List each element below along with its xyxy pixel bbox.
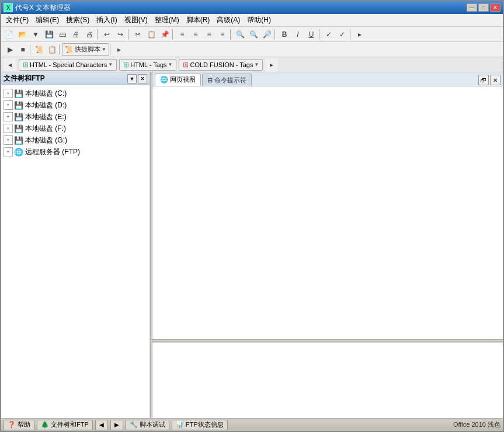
html-tags-btn[interactable]: ⊞ HTML - Tags ▼ — [119, 59, 176, 71]
open-dropdown-btn[interactable]: ▼ — [29, 28, 42, 41]
expand-e[interactable]: + — [4, 112, 13, 121]
app-icon: X — [4, 3, 13, 12]
expand-ftp[interactable]: + — [4, 147, 13, 156]
copy-btn[interactable]: 📋 — [145, 28, 158, 41]
print2-btn[interactable]: 🖨 — [83, 28, 96, 41]
tree-label-f: 本地磁盘 (F:) — [25, 124, 66, 134]
nav-forward-btn[interactable]: ▶ — [110, 420, 123, 430]
tree-label-ftp: 远程服务器 (FTP) — [25, 147, 80, 157]
script2-btn[interactable]: 📋 — [46, 43, 58, 56]
sep5 — [274, 29, 277, 40]
editor-area: 🌐 网页视图 ⊞ 命令提示符 🗗 ✕ — [152, 72, 503, 418]
tree-item-ftp[interactable]: + 🌐 远程服务器 (FTP) — [2, 146, 148, 158]
tab-close-btn[interactable]: ✕ — [490, 75, 500, 85]
editor-content-top[interactable] — [152, 86, 503, 339]
menu-script[interactable]: 脚本(R) — [183, 14, 214, 26]
expand-c[interactable]: + — [4, 89, 13, 98]
tree-item-c[interactable]: + 💾 本地磁盘 (C:) — [2, 88, 148, 99]
expand-g[interactable]: + — [4, 135, 13, 145]
sidebar-close-icon: ✕ — [140, 76, 145, 82]
find-btn[interactable]: 🔍 — [234, 28, 246, 41]
tree-item-d[interactable]: + 💾 本地磁盘 (D:) — [2, 99, 148, 111]
status-ftp-tab[interactable]: 📊 FTP状态信息 — [172, 420, 228, 430]
expand-f[interactable]: + — [4, 124, 13, 133]
stop-btn[interactable]: ■ — [16, 43, 29, 56]
cold-fusion-tags-btn[interactable]: ⊞ COLD FUSION - Tags ▼ — [179, 59, 263, 71]
menu-organize[interactable]: 整理(M) — [151, 14, 183, 26]
menu-search[interactable]: 搜索(S) — [62, 14, 93, 26]
print-btn[interactable]: 🖨 — [69, 28, 82, 41]
open-btn[interactable]: 📂 — [16, 28, 29, 41]
tab-command-prompt[interactable]: ⊞ 命令提示符 — [202, 74, 252, 86]
paste-btn[interactable]: 📌 — [158, 28, 171, 41]
justify-btn[interactable]: ≡ — [216, 28, 229, 41]
save-btn[interactable]: 💾 — [43, 28, 55, 41]
script1-btn[interactable]: 📜 — [33, 43, 46, 56]
drive-icon-f: 💾 — [14, 124, 23, 133]
tab-cmd-icon: ⊞ — [207, 76, 213, 84]
tab-webpage-view[interactable]: 🌐 网页视图 — [155, 74, 201, 86]
undo-btn[interactable]: ↩ — [100, 28, 113, 41]
menu-bar: 文件(F) 编辑(E) 搜索(S) 插入(I) 视图(V) 整理(M) 脚本(R… — [1, 14, 503, 27]
main-window: X 代号X 文本整理器 — □ ✕ 文件(F) 编辑(E) 搜索(S) 插入(I… — [0, 0, 504, 432]
expand-d[interactable]: + — [4, 100, 13, 110]
html-special-chars-label: HTML - Special Characters — [30, 61, 107, 68]
underline-btn[interactable]: U — [305, 28, 318, 41]
html-special-chars-btn[interactable]: ⊞ HTML - Special Characters ▼ — [19, 59, 117, 71]
drive-icon-e: 💾 — [14, 112, 23, 121]
redo-btn[interactable]: ↪ — [114, 28, 127, 41]
cut-btn[interactable]: ✂ — [131, 28, 144, 41]
tree-label-c: 本地磁盘 (C:) — [25, 89, 67, 99]
spell2-btn[interactable]: ✓ — [336, 28, 349, 41]
more-btn[interactable]: ▸ — [353, 28, 366, 41]
run-btn[interactable]: ▶ — [4, 43, 16, 56]
cold-fusion-arrow: ▼ — [254, 62, 259, 67]
html-tags-label: HTML - Tags — [130, 61, 166, 68]
html-special-chars-icon: ⊞ — [23, 61, 29, 69]
italic-btn[interactable]: I — [291, 28, 304, 41]
status-theme-text: Office 2010 浅色 — [453, 421, 500, 428]
status-debug-tab[interactable]: 🔧 脚本调试 — [126, 420, 169, 430]
tree-item-e[interactable]: + 💾 本地磁盘 (E:) — [2, 111, 148, 123]
spell-btn[interactable]: ✓ — [322, 28, 335, 41]
status-filetree-tab[interactable]: 🌲 文件树和FTP — [37, 420, 93, 430]
save-all-btn[interactable]: 🗃 — [56, 28, 69, 41]
menu-file[interactable]: 文件(F) — [2, 14, 32, 26]
menu-edit[interactable]: 编辑(E) — [32, 14, 62, 26]
menu-advanced[interactable]: 高级(A) — [213, 14, 244, 26]
find2-btn[interactable]: 🔍 — [247, 28, 260, 41]
tab-restore-btn[interactable]: 🗗 — [478, 75, 489, 85]
menu-help[interactable]: 帮助(H) — [244, 14, 274, 26]
tab-close-icon: ✕ — [493, 77, 498, 83]
align-right-btn[interactable]: ≡ — [203, 28, 215, 41]
new-file-btn[interactable]: 📄 — [2, 28, 15, 41]
sep10 — [110, 44, 112, 55]
nav-back-btn[interactable]: ◀ — [95, 420, 108, 430]
html-toolbar-more-right[interactable]: ▸ — [265, 58, 278, 71]
tree-item-g[interactable]: + 💾 本地磁盘 (G:) — [2, 134, 148, 146]
html-toolbar-more-left[interactable]: ◂ — [4, 58, 16, 71]
maximize-button[interactable]: □ — [478, 4, 489, 12]
sep3 — [172, 29, 175, 40]
minimize-button[interactable]: — — [467, 4, 477, 12]
quickscript-icon: 📜 — [65, 46, 74, 54]
replace-btn[interactable]: 🔎 — [260, 28, 273, 41]
sidebar-close-btn[interactable]: ✕ — [138, 74, 147, 83]
sep6 — [319, 29, 321, 40]
toolbar-main: 📄 📂 ▼ 💾 🗃 🖨 🖨 ↩ ↪ ✂ 📋 📌 ≡ ≡ ≡ ≡ 🔍 🔍 🔎 B … — [1, 27, 503, 42]
bold-btn[interactable]: B — [278, 28, 291, 41]
editor-content-bottom[interactable] — [152, 342, 503, 418]
sidebar-dropdown-btn[interactable]: ▼ — [127, 74, 137, 83]
ftp-icon: 🌐 — [14, 147, 23, 156]
close-button[interactable]: ✕ — [490, 4, 500, 12]
align-left-btn[interactable]: ≡ — [176, 28, 189, 41]
sep7 — [350, 29, 352, 40]
quickscript-btn[interactable]: 📜 快捷脚本 ▼ — [62, 43, 109, 56]
menu-insert[interactable]: 插入(I) — [93, 14, 120, 26]
tree-item-f[interactable]: + 💾 本地磁盘 (F:) — [2, 123, 148, 134]
quickscript-dropdown-icon: ▼ — [102, 47, 106, 52]
menu-view[interactable]: 视图(V) — [121, 14, 151, 26]
align-center-btn[interactable]: ≡ — [189, 28, 202, 41]
toolbar2-more-btn[interactable]: ▸ — [113, 43, 126, 56]
status-help-tab[interactable]: ❓ 帮助 — [4, 420, 34, 430]
